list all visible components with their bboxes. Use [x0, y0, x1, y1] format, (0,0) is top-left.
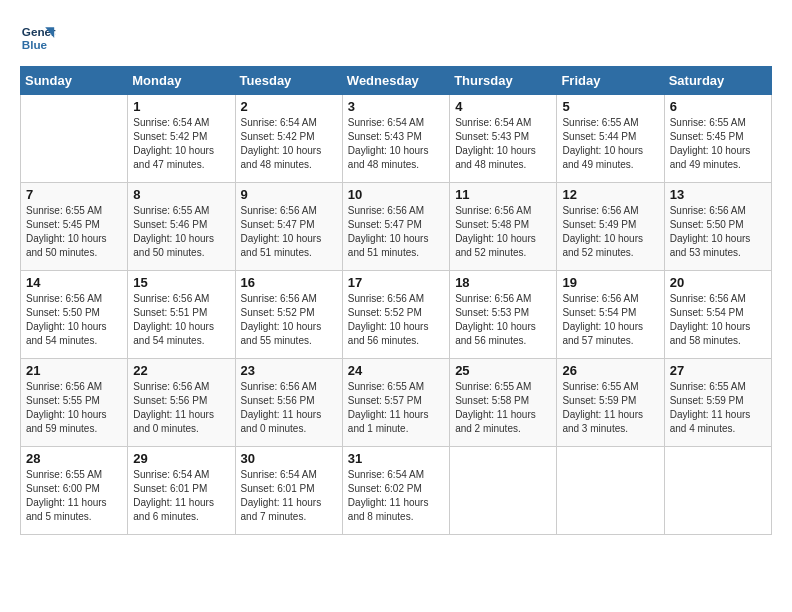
- day-info: Sunrise: 6:56 AM Sunset: 5:48 PM Dayligh…: [455, 204, 551, 260]
- day-cell: 5Sunrise: 6:55 AM Sunset: 5:44 PM Daylig…: [557, 95, 664, 183]
- col-header-wednesday: Wednesday: [342, 67, 449, 95]
- day-info: Sunrise: 6:56 AM Sunset: 5:54 PM Dayligh…: [562, 292, 658, 348]
- col-header-thursday: Thursday: [450, 67, 557, 95]
- day-number: 20: [670, 275, 766, 290]
- day-cell: 28Sunrise: 6:55 AM Sunset: 6:00 PM Dayli…: [21, 447, 128, 535]
- day-cell: 24Sunrise: 6:55 AM Sunset: 5:57 PM Dayli…: [342, 359, 449, 447]
- col-header-tuesday: Tuesday: [235, 67, 342, 95]
- day-number: 12: [562, 187, 658, 202]
- day-info: Sunrise: 6:55 AM Sunset: 5:59 PM Dayligh…: [562, 380, 658, 436]
- day-cell: 26Sunrise: 6:55 AM Sunset: 5:59 PM Dayli…: [557, 359, 664, 447]
- col-header-saturday: Saturday: [664, 67, 771, 95]
- day-cell: 23Sunrise: 6:56 AM Sunset: 5:56 PM Dayli…: [235, 359, 342, 447]
- day-info: Sunrise: 6:56 AM Sunset: 5:54 PM Dayligh…: [670, 292, 766, 348]
- day-cell: 20Sunrise: 6:56 AM Sunset: 5:54 PM Dayli…: [664, 271, 771, 359]
- day-cell: 18Sunrise: 6:56 AM Sunset: 5:53 PM Dayli…: [450, 271, 557, 359]
- day-number: 13: [670, 187, 766, 202]
- day-number: 25: [455, 363, 551, 378]
- day-info: Sunrise: 6:54 AM Sunset: 5:43 PM Dayligh…: [348, 116, 444, 172]
- day-cell: [664, 447, 771, 535]
- day-info: Sunrise: 6:55 AM Sunset: 5:58 PM Dayligh…: [455, 380, 551, 436]
- day-cell: 14Sunrise: 6:56 AM Sunset: 5:50 PM Dayli…: [21, 271, 128, 359]
- day-info: Sunrise: 6:56 AM Sunset: 5:56 PM Dayligh…: [241, 380, 337, 436]
- day-number: 17: [348, 275, 444, 290]
- day-cell: 7Sunrise: 6:55 AM Sunset: 5:45 PM Daylig…: [21, 183, 128, 271]
- day-info: Sunrise: 6:55 AM Sunset: 5:44 PM Dayligh…: [562, 116, 658, 172]
- day-number: 1: [133, 99, 229, 114]
- day-cell: 30Sunrise: 6:54 AM Sunset: 6:01 PM Dayli…: [235, 447, 342, 535]
- day-info: Sunrise: 6:56 AM Sunset: 5:52 PM Dayligh…: [348, 292, 444, 348]
- day-cell: 6Sunrise: 6:55 AM Sunset: 5:45 PM Daylig…: [664, 95, 771, 183]
- day-info: Sunrise: 6:56 AM Sunset: 5:53 PM Dayligh…: [455, 292, 551, 348]
- day-number: 23: [241, 363, 337, 378]
- day-info: Sunrise: 6:54 AM Sunset: 5:43 PM Dayligh…: [455, 116, 551, 172]
- day-cell: 22Sunrise: 6:56 AM Sunset: 5:56 PM Dayli…: [128, 359, 235, 447]
- day-info: Sunrise: 6:56 AM Sunset: 5:47 PM Dayligh…: [241, 204, 337, 260]
- day-info: Sunrise: 6:56 AM Sunset: 5:47 PM Dayligh…: [348, 204, 444, 260]
- day-cell: [450, 447, 557, 535]
- day-info: Sunrise: 6:56 AM Sunset: 5:51 PM Dayligh…: [133, 292, 229, 348]
- day-number: 11: [455, 187, 551, 202]
- day-info: Sunrise: 6:54 AM Sunset: 5:42 PM Dayligh…: [133, 116, 229, 172]
- day-info: Sunrise: 6:54 AM Sunset: 6:01 PM Dayligh…: [241, 468, 337, 524]
- day-number: 16: [241, 275, 337, 290]
- week-row-4: 21Sunrise: 6:56 AM Sunset: 5:55 PM Dayli…: [21, 359, 772, 447]
- day-number: 30: [241, 451, 337, 466]
- day-cell: 2Sunrise: 6:54 AM Sunset: 5:42 PM Daylig…: [235, 95, 342, 183]
- week-row-2: 7Sunrise: 6:55 AM Sunset: 5:45 PM Daylig…: [21, 183, 772, 271]
- day-number: 4: [455, 99, 551, 114]
- calendar-table: SundayMondayTuesdayWednesdayThursdayFrid…: [20, 66, 772, 535]
- day-number: 18: [455, 275, 551, 290]
- day-number: 8: [133, 187, 229, 202]
- day-number: 27: [670, 363, 766, 378]
- day-number: 31: [348, 451, 444, 466]
- day-cell: 12Sunrise: 6:56 AM Sunset: 5:49 PM Dayli…: [557, 183, 664, 271]
- day-cell: 21Sunrise: 6:56 AM Sunset: 5:55 PM Dayli…: [21, 359, 128, 447]
- svg-text:Blue: Blue: [22, 38, 48, 51]
- day-number: 10: [348, 187, 444, 202]
- day-number: 7: [26, 187, 122, 202]
- day-number: 29: [133, 451, 229, 466]
- day-info: Sunrise: 6:56 AM Sunset: 5:56 PM Dayligh…: [133, 380, 229, 436]
- day-number: 26: [562, 363, 658, 378]
- day-info: Sunrise: 6:54 AM Sunset: 6:01 PM Dayligh…: [133, 468, 229, 524]
- day-info: Sunrise: 6:56 AM Sunset: 5:49 PM Dayligh…: [562, 204, 658, 260]
- logo-icon: General Blue: [20, 20, 56, 56]
- day-number: 21: [26, 363, 122, 378]
- page-header: General Blue: [20, 20, 772, 56]
- header-row: SundayMondayTuesdayWednesdayThursdayFrid…: [21, 67, 772, 95]
- day-number: 5: [562, 99, 658, 114]
- day-cell: [21, 95, 128, 183]
- day-info: Sunrise: 6:55 AM Sunset: 5:59 PM Dayligh…: [670, 380, 766, 436]
- day-cell: 10Sunrise: 6:56 AM Sunset: 5:47 PM Dayli…: [342, 183, 449, 271]
- day-info: Sunrise: 6:56 AM Sunset: 5:50 PM Dayligh…: [26, 292, 122, 348]
- day-number: 9: [241, 187, 337, 202]
- day-cell: 19Sunrise: 6:56 AM Sunset: 5:54 PM Dayli…: [557, 271, 664, 359]
- day-cell: 1Sunrise: 6:54 AM Sunset: 5:42 PM Daylig…: [128, 95, 235, 183]
- week-row-3: 14Sunrise: 6:56 AM Sunset: 5:50 PM Dayli…: [21, 271, 772, 359]
- day-number: 28: [26, 451, 122, 466]
- day-info: Sunrise: 6:55 AM Sunset: 5:45 PM Dayligh…: [670, 116, 766, 172]
- day-number: 15: [133, 275, 229, 290]
- day-cell: 9Sunrise: 6:56 AM Sunset: 5:47 PM Daylig…: [235, 183, 342, 271]
- day-info: Sunrise: 6:56 AM Sunset: 5:52 PM Dayligh…: [241, 292, 337, 348]
- day-cell: 27Sunrise: 6:55 AM Sunset: 5:59 PM Dayli…: [664, 359, 771, 447]
- day-info: Sunrise: 6:56 AM Sunset: 5:55 PM Dayligh…: [26, 380, 122, 436]
- day-cell: 17Sunrise: 6:56 AM Sunset: 5:52 PM Dayli…: [342, 271, 449, 359]
- day-cell: 13Sunrise: 6:56 AM Sunset: 5:50 PM Dayli…: [664, 183, 771, 271]
- day-cell: 4Sunrise: 6:54 AM Sunset: 5:43 PM Daylig…: [450, 95, 557, 183]
- day-cell: 16Sunrise: 6:56 AM Sunset: 5:52 PM Dayli…: [235, 271, 342, 359]
- logo: General Blue: [20, 20, 60, 56]
- day-number: 22: [133, 363, 229, 378]
- day-number: 24: [348, 363, 444, 378]
- day-number: 19: [562, 275, 658, 290]
- day-info: Sunrise: 6:55 AM Sunset: 5:46 PM Dayligh…: [133, 204, 229, 260]
- day-info: Sunrise: 6:54 AM Sunset: 6:02 PM Dayligh…: [348, 468, 444, 524]
- day-number: 14: [26, 275, 122, 290]
- week-row-1: 1Sunrise: 6:54 AM Sunset: 5:42 PM Daylig…: [21, 95, 772, 183]
- day-info: Sunrise: 6:55 AM Sunset: 6:00 PM Dayligh…: [26, 468, 122, 524]
- day-info: Sunrise: 6:55 AM Sunset: 5:57 PM Dayligh…: [348, 380, 444, 436]
- day-number: 3: [348, 99, 444, 114]
- day-info: Sunrise: 6:55 AM Sunset: 5:45 PM Dayligh…: [26, 204, 122, 260]
- day-cell: 31Sunrise: 6:54 AM Sunset: 6:02 PM Dayli…: [342, 447, 449, 535]
